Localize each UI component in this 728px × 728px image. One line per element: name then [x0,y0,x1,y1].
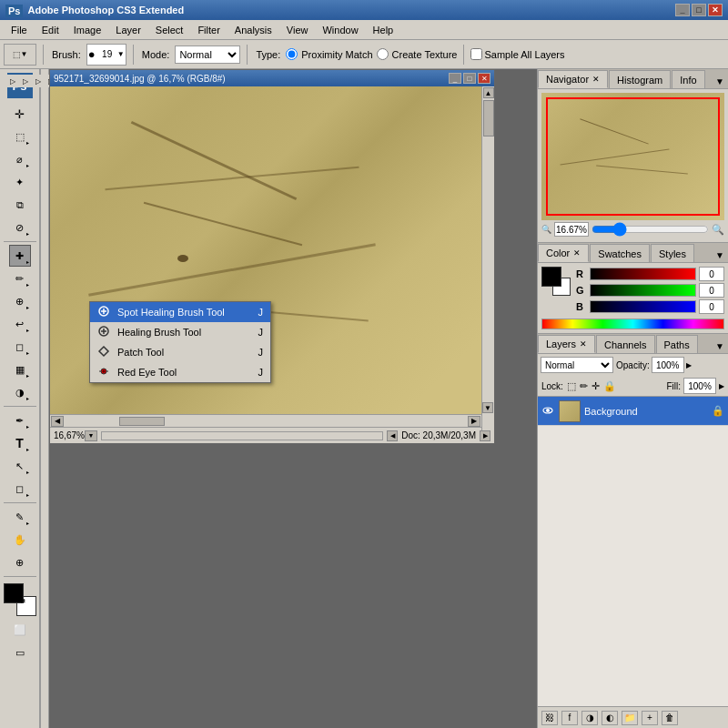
blue-value-input[interactable] [699,299,724,314]
delete-layer-button[interactable]: 🗑 [662,711,678,725]
layers-close-icon[interactable]: ✕ [580,339,587,349]
mode-select[interactable]: Normal [175,46,240,64]
menu-file[interactable]: File [4,23,35,37]
menu-window[interactable]: Window [315,23,365,37]
maximize-button[interactable]: □ [692,4,706,16]
lock-all-icon[interactable]: 🔒 [603,380,616,392]
menu-view[interactable]: View [279,23,316,37]
navigator-zoom-input[interactable]: 16.67% [554,222,589,237]
tool-screen-mode[interactable]: ▭ [9,642,31,663]
menu-layer[interactable]: Layer [108,23,148,37]
tool-clone-stamp[interactable]: ⊕ ▸ [9,290,31,312]
lock-transparent-icon[interactable]: ⬚ [567,380,576,392]
create-texture-radio[interactable] [377,48,389,60]
scrollbar-thumb-v[interactable] [483,100,494,136]
tool-history-brush[interactable]: ↩ ▸ [9,313,31,335]
add-mask-button[interactable]: ◑ [581,711,598,725]
tool-hand[interactable]: ✋ [9,529,31,551]
tab-layers[interactable]: Layers ✕ [538,335,595,353]
scroll-right-arrow[interactable]: ▶ [468,416,480,427]
navigator-preview[interactable] [541,93,724,220]
zoom-menu-btn[interactable]: ▼ [85,430,97,441]
context-menu-item-patch-tool[interactable]: Patch Tool J [90,342,270,362]
side-nav-btn-4[interactable]: ▷ [32,75,45,87]
tool-path-select[interactable]: ↖ ▸ [9,455,31,477]
side-nav-btn-6[interactable]: ▷ [6,75,19,87]
create-texture-label[interactable]: Create Texture [377,48,458,60]
context-menu-item-spot-healing[interactable]: Spot Healing Brush Tool J [90,302,270,322]
default-colors-icon[interactable]: ⬚ [15,594,21,602]
status-arrows-right[interactable]: ▶ [480,430,490,441]
sample-all-layers-label[interactable]: Sample All Layers [470,48,564,60]
green-value-input[interactable] [699,283,724,298]
navigator-close-icon[interactable]: ✕ [592,75,600,84]
color-spectrum-bar[interactable] [541,318,724,329]
tool-lasso[interactable]: ⌀ ▸ [9,148,31,170]
side-nav-btn-5[interactable]: ▷ [19,75,32,87]
tool-zoom[interactable]: ⊕ [9,551,31,573]
document-scrollbar-vertical[interactable]: ▲ ▼ [481,86,494,430]
tool-magic-wand[interactable]: ✦ [9,171,31,193]
menu-image[interactable]: Image [66,23,109,37]
color-swatches[interactable]: ⇄ ⬚ [4,583,36,616]
doc-minimize-btn[interactable]: _ [449,73,461,84]
tool-pen[interactable]: ✒ ▸ [9,410,31,431]
tab-channels[interactable]: Channels [596,335,654,353]
layers-panel-menu[interactable]: ▼ [712,339,728,353]
navigator-zoom-slider[interactable] [592,222,709,237]
scrollbar-down-arrow[interactable]: ▼ [482,402,493,413]
color-panel-menu[interactable]: ▼ [712,248,728,262]
tool-shape[interactable]: ◻ ▸ [9,478,31,500]
tool-dodge[interactable]: ◑ ▸ [9,381,31,403]
tool-type[interactable]: T ▸ [9,432,31,454]
status-arrows-left[interactable]: ◀ [387,430,398,441]
menu-filter[interactable]: Filter [190,23,227,37]
tool-notes[interactable]: ✎ ▸ [9,506,31,528]
proximity-match-label[interactable]: Proximity Match [286,48,372,60]
context-menu-item-healing-brush[interactable]: Healing Brush Tool J [90,322,270,342]
opacity-input[interactable] [652,357,684,373]
tool-marquee[interactable]: ⬚ ▸ [9,126,31,147]
color-close-icon[interactable]: ✕ [573,248,581,258]
layer-eye-icon[interactable] [541,404,556,419]
add-fx-button[interactable]: f [561,711,578,725]
menu-edit[interactable]: Edit [35,23,66,37]
zoom-out-icon[interactable]: 🔍 [541,225,551,234]
tab-histogram[interactable]: Histogram [609,70,671,88]
doc-maximize-btn[interactable]: □ [463,73,476,84]
document-scrollbar-horizontal[interactable]: ◀ ▶ [50,414,494,427]
new-group-button[interactable]: 📁 [622,711,638,725]
red-value-input[interactable] [699,267,724,281]
fg-swatch-mini[interactable] [541,267,561,287]
tab-color[interactable]: Color ✕ [538,244,589,262]
tool-brush[interactable]: ✏ ▸ [9,268,31,289]
close-button[interactable]: ✕ [708,4,723,16]
tab-navigator[interactable]: Navigator ✕ [538,70,608,88]
tool-healing[interactable]: ✚ ▸ [9,245,31,267]
menu-select[interactable]: Select [148,23,191,37]
tool-preset-picker[interactable]: ⬚ ▼ [4,44,36,66]
doc-close-btn[interactable]: ✕ [478,73,490,84]
navigator-panel-menu[interactable]: ▼ [712,75,728,88]
tab-styles[interactable]: Styles [651,244,694,262]
sample-all-layers-checkbox[interactable] [470,48,482,60]
tool-crop[interactable]: ⧉ [9,194,31,216]
opacity-arrow[interactable]: ▶ [686,361,692,369]
tab-paths[interactable]: Paths [656,335,698,353]
new-layer-button[interactable]: + [642,711,658,725]
tool-eraser[interactable]: ◻ ▸ [9,336,31,358]
lock-brush-icon[interactable]: ✏ [580,380,588,392]
fill-input[interactable] [683,378,716,394]
layer-row-background[interactable]: Background 🔒 [538,397,728,426]
blend-mode-select[interactable]: Normal [541,357,613,373]
new-adjustment-button[interactable]: ◐ [602,711,618,725]
tool-move[interactable]: ✛ [9,103,31,125]
scrollbar-thumb-h[interactable] [119,417,165,426]
add-link-button[interactable]: ⛓ [541,711,558,725]
scrollbar-up-arrow[interactable]: ▲ [483,87,494,98]
lock-move-icon[interactable]: ✛ [592,380,600,392]
scrollbar-track-h[interactable] [65,416,467,427]
menu-analysis[interactable]: Analysis [228,23,279,37]
tool-eyedropper[interactable]: ⊘ ▸ [9,217,31,238]
fill-arrow[interactable]: ▶ [719,382,724,390]
